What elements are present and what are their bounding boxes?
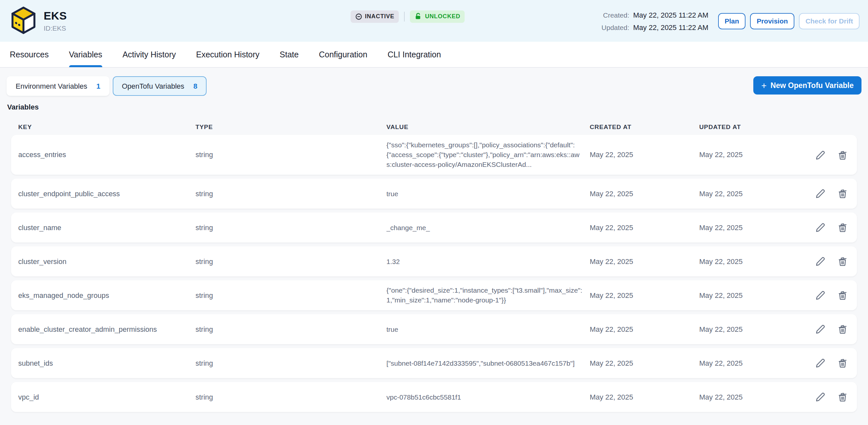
subtab-opentofu-count: 8 <box>193 82 197 90</box>
variables-table: access_entries string {"sso":{"kubernete… <box>11 135 857 412</box>
variable-type: string <box>195 291 386 300</box>
variable-updated-at: May 22, 2025 <box>699 150 779 160</box>
variable-updated-at: May 22, 2025 <box>699 222 779 232</box>
edit-variable-button[interactable] <box>814 149 826 160</box>
table-row: subnet_ids string ["subnet-08f14e7142d33… <box>11 348 857 378</box>
unlock-icon <box>414 12 422 20</box>
status-badge: INACTIVE <box>350 10 399 23</box>
edit-variable-button[interactable] <box>814 222 826 233</box>
variable-value: true <box>386 189 590 199</box>
variable-updated-at: May 22, 2025 <box>699 392 779 402</box>
table-row: eks_managed_node_groups string {"one":{"… <box>11 280 857 310</box>
delete-variable-button[interactable] <box>837 358 848 369</box>
updated-label: Updated: <box>601 23 629 31</box>
created-value: May 22, 2025 11:22 AM <box>633 11 708 19</box>
table-header: KEY TYPE VALUE CREATED AT UPDATED AT <box>11 119 857 133</box>
table-row: cluster_version string 1.32 May 22, 2025… <box>11 246 857 276</box>
table-row: cluster_name string _change_me_ May 22, … <box>11 212 857 242</box>
tab-resources[interactable]: Resources <box>10 42 49 67</box>
provision-button[interactable]: Provision <box>750 13 794 29</box>
delete-variable-button[interactable] <box>837 290 848 301</box>
variable-value: {"sso":{"kubernetes_groups":[],"policy_a… <box>386 140 590 170</box>
variable-created-at: May 22, 2025 <box>590 256 699 266</box>
edit-variable-button[interactable] <box>814 358 826 369</box>
status-badges: INACTIVE UNLOCKED <box>350 10 465 23</box>
delete-variable-button[interactable] <box>837 256 848 267</box>
tab-state[interactable]: State <box>280 42 299 67</box>
variable-type: string <box>195 222 386 232</box>
variable-created-at: May 22, 2025 <box>590 150 699 160</box>
trash-icon <box>837 188 847 199</box>
tab-configuration[interactable]: Configuration <box>319 42 368 67</box>
tab-activity-history[interactable]: Activity History <box>123 42 176 67</box>
updated-value: May 22, 2025 11:22 AM <box>633 23 708 31</box>
eks-cube-logo-icon <box>9 6 38 36</box>
variable-created-at: May 22, 2025 <box>590 291 699 300</box>
page-title: EKS <box>44 9 67 23</box>
trash-icon <box>837 222 847 233</box>
delete-variable-button[interactable] <box>837 391 848 402</box>
tab-cli-integration[interactable]: CLI Integration <box>388 42 441 67</box>
plan-button[interactable]: Plan <box>718 13 745 29</box>
edit-variable-button[interactable] <box>814 256 826 267</box>
tab-variables[interactable]: Variables <box>69 42 102 67</box>
variable-type: string <box>195 324 386 334</box>
variable-key: subnet_ids <box>18 358 195 368</box>
new-opentofu-variable-button[interactable]: + New OpenTofu Variable <box>753 76 862 94</box>
trash-icon <box>837 150 847 160</box>
delete-variable-button[interactable] <box>837 222 848 233</box>
pencil-icon <box>815 290 825 301</box>
pencil-icon <box>815 256 825 267</box>
variable-updated-at: May 22, 2025 <box>699 256 779 266</box>
variable-updated-at: May 22, 2025 <box>699 358 779 368</box>
edit-variable-button[interactable] <box>814 324 826 335</box>
circle-minus-icon <box>355 13 362 20</box>
column-header-key: KEY <box>18 123 195 130</box>
variable-value: true <box>386 324 590 334</box>
stack-id: ID:EKS <box>44 23 67 32</box>
pencil-icon <box>815 150 825 160</box>
subtab-environment-variables[interactable]: Environment Variables 1 <box>6 76 110 96</box>
variable-updated-at: May 22, 2025 <box>699 291 779 300</box>
pencil-icon <box>815 392 825 402</box>
lock-status-badge: UNLOCKED <box>410 10 465 23</box>
plus-icon: + <box>761 81 766 90</box>
column-header-updated-at: UPDATED AT <box>699 123 779 130</box>
variable-created-at: May 22, 2025 <box>590 358 699 368</box>
subtab-opentofu-variables[interactable]: OpenTofu Variables 8 <box>113 76 207 96</box>
variable-created-at: May 22, 2025 <box>590 222 699 232</box>
trash-icon <box>837 290 847 301</box>
section-title: Variables <box>7 103 862 111</box>
delete-variable-button[interactable] <box>837 149 848 160</box>
badge-divider <box>404 11 405 21</box>
status-badge-label: INACTIVE <box>365 13 394 20</box>
variable-value: vpc-078b51c6cbc5581f1 <box>386 392 590 402</box>
edit-variable-button[interactable] <box>814 391 826 402</box>
delete-variable-button[interactable] <box>837 324 848 335</box>
variables-panel: Environment Variables 1 OpenTofu Variabl… <box>0 68 868 425</box>
tab-execution-history[interactable]: Execution History <box>196 42 260 67</box>
variable-value: ["subnet-08f14e7142d333595","subnet-0680… <box>386 358 590 368</box>
subtab-environment-label: Environment Variables <box>16 82 87 90</box>
variable-value: 1.32 <box>386 256 590 266</box>
variable-created-at: May 22, 2025 <box>590 324 699 334</box>
variable-type: string <box>195 358 386 368</box>
variable-type: string <box>195 256 386 266</box>
edit-variable-button[interactable] <box>814 290 826 301</box>
table-row: enable_cluster_creator_admin_permissions… <box>11 314 857 344</box>
variable-key: cluster_version <box>18 256 195 266</box>
edit-variable-button[interactable] <box>814 188 826 199</box>
variable-type: string <box>195 189 386 199</box>
variable-key: access_entries <box>18 150 195 160</box>
new-opentofu-variable-label: New OpenTofu Variable <box>771 82 854 89</box>
variable-key: vpc_id <box>18 392 195 402</box>
variable-key: eks_managed_node_groups <box>18 291 195 300</box>
check-for-drift-button[interactable]: Check for Drift <box>799 13 860 29</box>
variable-type: string <box>195 150 386 160</box>
column-header-value: VALUE <box>386 123 590 130</box>
variable-updated-at: May 22, 2025 <box>699 189 779 199</box>
variable-created-at: May 22, 2025 <box>590 189 699 199</box>
delete-variable-button[interactable] <box>837 188 848 199</box>
pencil-icon <box>815 222 825 233</box>
page-header: EKS ID:EKS INACTIVE UNLOCKED <box>0 0 868 42</box>
